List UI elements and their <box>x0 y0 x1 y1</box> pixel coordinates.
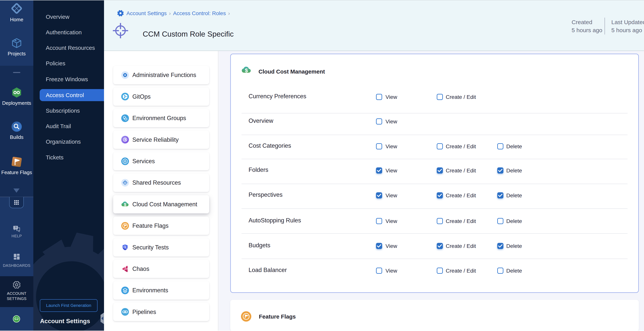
svg-text:?: ? <box>15 226 16 229</box>
svg-text:$: $ <box>245 68 248 73</box>
svg-text:$: $ <box>124 202 126 207</box>
